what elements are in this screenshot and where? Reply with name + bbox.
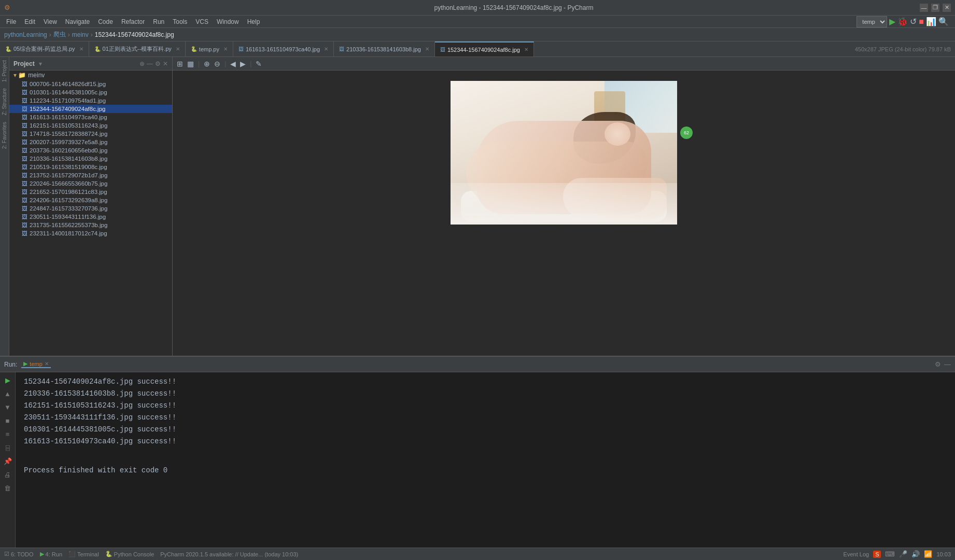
list-item[interactable]: 🖼 162151-16151053116243.jpg [9, 121, 172, 130]
list-item[interactable]: 🖼 232311-14001817012c74.jpg [9, 229, 172, 237]
next-icon[interactable]: ▶ [240, 60, 246, 68]
minimize-bottom-icon[interactable]: — [944, 360, 951, 368]
nav-folder[interactable]: 爬虫 [53, 30, 66, 39]
coverage-button[interactable]: 📊 [926, 17, 936, 26]
wrap-icon[interactable]: ≡ [2, 428, 13, 440]
fit-width-icon[interactable]: ▦ [187, 60, 194, 68]
menu-edit[interactable]: Edit [20, 17, 39, 26]
clear-icon[interactable]: 🗑 [2, 482, 13, 494]
console-line-blank [24, 448, 947, 459]
settings-bottom-icon[interactable]: ⚙ [935, 360, 941, 368]
edit-icon[interactable]: ✎ [256, 60, 262, 68]
menu-window[interactable]: Window [213, 17, 243, 26]
sync-icon[interactable]: ⊕ [139, 60, 145, 67]
menu-tools[interactable]: Tools [168, 17, 191, 26]
list-item-selected[interactable]: 🖼 152344-1567409024af8c.jpg [9, 105, 172, 113]
event-log-status[interactable]: Event Log [844, 551, 869, 557]
zoom-out-icon[interactable]: ⊖ [214, 60, 220, 68]
debug-button[interactable]: 🐞 [897, 17, 908, 26]
print-icon[interactable]: 🖨 [2, 469, 13, 480]
tab-label: 01正则表达式--模事百科.py [103, 45, 172, 53]
list-item[interactable]: 🖼 224847-16157333270736.jpg [9, 204, 172, 213]
tab-正则表达式[interactable]: 🐍 01正则表达式--模事百科.py ✕ [89, 41, 186, 57]
menu-navigate[interactable]: Navigate [61, 17, 94, 26]
settings-icon[interactable]: ⚙ [155, 60, 161, 67]
tab-img2[interactable]: 🖼 210336-161538141603b8.jpg ✕ [334, 41, 435, 57]
maximize-button[interactable]: ❐ [931, 4, 939, 12]
tab-img1[interactable]: 🖼 161613-1615104973ca40.jpg ✕ [233, 41, 334, 57]
menu-view[interactable]: View [39, 17, 61, 26]
network-icon: 📶 [924, 550, 932, 558]
tab-close-icon[interactable]: ✕ [524, 47, 528, 52]
scroll-up-icon[interactable]: ▲ [2, 388, 13, 399]
ime-indicator[interactable]: S [873, 551, 881, 558]
pin-icon[interactable]: 📌 [2, 455, 13, 467]
menu-vcs[interactable]: VCS [191, 17, 213, 26]
list-item[interactable]: 🖼 210336-161538141603b8.jpg [9, 155, 172, 163]
run-button[interactable]: ▶ [889, 17, 895, 26]
list-item[interactable]: 🖼 221652-15701986121c83.jpg [9, 188, 172, 196]
python-console-icon: 🐍 [105, 551, 113, 557]
menu-refactor[interactable]: Refactor [117, 17, 149, 26]
play-icon[interactable]: ▶ [2, 374, 13, 386]
stop-button[interactable]: ■ [919, 17, 924, 26]
list-item[interactable]: 🖼 210519-1615381519008c.jpg [9, 163, 172, 171]
nav-subfolder[interactable]: meinv [72, 31, 89, 38]
close-panel-icon[interactable]: ✕ [163, 60, 168, 67]
tab-close-icon[interactable]: ✕ [223, 46, 228, 52]
tab-close-icon[interactable]: ✕ [79, 46, 83, 52]
todo-status[interactable]: ☑ 6: TODO [4, 551, 34, 557]
prev-icon[interactable]: ◀ [230, 60, 236, 68]
tab-close-icon[interactable]: ✕ [425, 46, 429, 52]
terminal-status[interactable]: ⬛ Terminal [68, 551, 99, 557]
image-display [451, 81, 677, 225]
sidebar-structure-tab[interactable]: Z: Structure [1, 85, 8, 118]
console-line-2: 210336-161538141603b8.jpg success!! [24, 388, 947, 399]
tree-root-folder[interactable]: ▾ 📁 meinv [9, 71, 172, 80]
stop-console-icon[interactable]: ■ [2, 415, 13, 426]
run-status[interactable]: ▶ 4: Run [40, 551, 62, 557]
soft-wrap-icon[interactable]: ⌸ [2, 442, 13, 453]
search-button[interactable]: 🔍 [938, 17, 949, 26]
tab-综合案例[interactable]: 🐍 05综合案例-药监总局.py ✕ [0, 41, 89, 57]
tab-close-icon[interactable]: ✕ [176, 46, 180, 52]
list-item[interactable]: 🖼 220246-15666553660b75.jpg [9, 179, 172, 188]
list-item[interactable]: 🖼 224206-161573292639a8.jpg [9, 196, 172, 204]
scroll-down-icon[interactable]: ▼ [2, 401, 13, 413]
menu-run[interactable]: Run [149, 17, 168, 26]
run-tab[interactable]: ▶ temp ✕ [21, 360, 50, 368]
image-info: 450x287 JPEG (24-bit color) 79.87 kB [855, 46, 951, 52]
run-tab-close[interactable]: ✕ [45, 361, 49, 367]
collapse-icon[interactable]: — [147, 60, 153, 67]
list-item[interactable]: 🖼 203736-1602160656ebd0.jpg [9, 146, 172, 155]
menu-bar: File Edit View Navigate Code Refactor Ru… [0, 16, 955, 28]
python-console-status[interactable]: 🐍 Python Console [105, 551, 155, 557]
list-item[interactable]: 🖼 000706-1614614826df15.jpg [9, 80, 172, 88]
rerun-button[interactable]: ↺ [910, 17, 917, 26]
close-button[interactable]: ✕ [943, 4, 951, 12]
menu-help[interactable]: Help [243, 17, 264, 26]
zoom-in-icon[interactable]: ⊕ [204, 60, 210, 68]
menu-file[interactable]: File [2, 17, 20, 26]
nav-project[interactable]: pythonLearning [4, 31, 47, 38]
list-item[interactable]: 🖼 200207-1599739327e5a8.jpg [9, 138, 172, 146]
list-item[interactable]: 🖼 213752-1615729072b1d7.jpg [9, 171, 172, 179]
list-item[interactable]: 🖼 174718-15581728388724.jpg [9, 130, 172, 138]
tab-temp[interactable]: 🐍 temp.py ✕ [186, 41, 233, 57]
sidebar-project-tab[interactable]: 1: Project [1, 57, 8, 85]
tab-img3-active[interactable]: 🖼 152344-1567409024af8c.jpg ✕ [435, 41, 534, 57]
list-item[interactable]: 🖼 112234-1517109754fad1.jpg [9, 96, 172, 105]
run-config-select[interactable]: temp [856, 16, 887, 27]
minimize-button[interactable]: — [920, 4, 928, 12]
menu-code[interactable]: Code [94, 17, 117, 26]
list-item[interactable]: 🖼 161613-1615104973ca40.jpg [9, 113, 172, 121]
fit-page-icon[interactable]: ⊞ [177, 60, 183, 68]
sidebar-favorites-tab[interactable]: 2: Favorites [1, 119, 8, 152]
list-item[interactable]: 🖼 010301-1614445381005c.jpg [9, 88, 172, 96]
list-item[interactable]: 🖼 230511-1593443111f136.jpg [9, 213, 172, 221]
list-item[interactable]: 🖼 231735-1615562255373b.jpg [9, 221, 172, 229]
file-name: 232311-14001817012c74.jpg [30, 230, 107, 236]
clock: 10:03 [936, 551, 951, 557]
tab-close-icon[interactable]: ✕ [324, 46, 328, 52]
project-dropdown-icon[interactable]: ▾ [39, 60, 42, 67]
